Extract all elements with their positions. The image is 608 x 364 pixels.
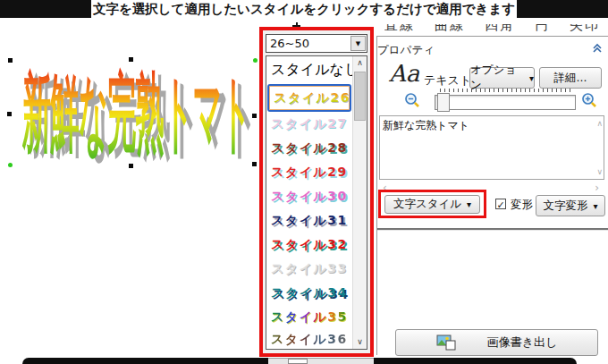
image-export-icon <box>436 334 457 351</box>
style-listbox[interactable]: スタイルなし スタイル26 スタイル27 スタイル28 スタイル29 スタイル3… <box>266 55 367 350</box>
style-label: スタイル29 <box>271 160 348 184</box>
transform-checkbox-label: 変形 <box>511 198 533 213</box>
header-text: 文字を選択して適用したいスタイルをクリックするだけで適用できます <box>91 0 517 18</box>
bottom-hscrollbar[interactable] <box>268 358 374 364</box>
style-list-item[interactable]: スタイル27 <box>266 112 352 136</box>
artwork-text: 新鮮な完熟トマト <box>22 63 259 163</box>
image-export-button[interactable]: 画像書き出し <box>395 329 598 356</box>
toolbar-tab[interactable]: 矢印 <box>570 24 600 34</box>
style-label: スタイル34 <box>271 281 348 305</box>
scroll-up-icon[interactable] <box>353 56 367 70</box>
text-tool-label: テキスト <box>424 72 471 89</box>
highlight-box-style-list: 26~50 スタイルなし スタイル26 スタイル27 スタイル28 スタイル29… <box>259 27 374 357</box>
zoom-slider-thumb[interactable] <box>437 93 450 112</box>
zoom-in-icon[interactable] <box>581 92 598 109</box>
rotate-handle[interactable] <box>253 58 258 63</box>
combobox-dropdown-icon[interactable] <box>350 36 366 51</box>
panel-divider <box>377 228 608 231</box>
style-list-item[interactable]: スタイル28 <box>266 136 352 160</box>
style-list-item-selected[interactable]: スタイル26 <box>267 84 351 112</box>
style-label: スタイル26 <box>274 86 350 110</box>
canvas-artwork[interactable]: 新鮮な完熟トマト 新鮮な完熟トマト <box>22 63 257 168</box>
style-label: スタイル30 <box>271 184 348 208</box>
details-button[interactable]: 詳細... <box>539 67 602 89</box>
style-list-item[interactable]: スタイルなし <box>266 56 352 84</box>
text-input-area[interactable]: 新鮮な完熟トマト <box>379 115 604 180</box>
style-list-item[interactable]: スタイル32 <box>266 233 352 257</box>
toolbar-tab[interactable]: 円 <box>535 24 550 34</box>
style-list-item[interactable]: スタイル29 <box>266 160 352 184</box>
style-list-item[interactable]: スタイル33 <box>266 257 352 281</box>
zoom-out-icon[interactable] <box>404 92 421 109</box>
selection-handle[interactable] <box>8 58 13 63</box>
char-style-button[interactable]: 文字スタイル <box>384 195 480 214</box>
toolbar-tab[interactable]: 曲線 <box>435 24 465 34</box>
style-list-item[interactable]: スタイル34 <box>266 281 352 305</box>
char-style-button-label: 文字スタイル <box>393 197 461 212</box>
style-list-item[interactable]: スタイル31 <box>266 208 352 233</box>
bottom-hscrollbar-thumb[interactable] <box>288 359 308 364</box>
highlight-box-char-style-button: 文字スタイル <box>378 190 486 218</box>
style-label: スタイル31 <box>271 208 348 233</box>
transform-checkbox[interactable] <box>495 199 506 209</box>
image-export-label: 画像書き出し <box>487 334 558 351</box>
options-button[interactable]: オプション <box>469 67 535 89</box>
selection-handle[interactable] <box>7 112 12 116</box>
style-label: スタイル36 <box>271 329 348 350</box>
properties-panel: プロパティ Aa テキスト オプション 詳細... 新鮮な完熟トマト 文字スタイ… <box>376 36 608 355</box>
header-banner: 文字を選択して適用したいスタイルをクリックするだけで適用できます <box>0 0 608 18</box>
toolbar-tab[interactable]: 直線 <box>384 24 415 34</box>
rotate-handle[interactable] <box>8 163 13 167</box>
textarea-scroll-right-icon[interactable] <box>595 182 599 194</box>
scroll-down-icon[interactable] <box>353 335 367 349</box>
style-label: スタイル27 <box>271 112 348 136</box>
style-range-combobox[interactable]: 26~50 <box>266 34 367 53</box>
style-label: スタイル33 <box>271 257 348 281</box>
scrollbar-thumb[interactable] <box>354 72 366 121</box>
style-list-item[interactable]: スタイル35 <box>266 305 352 329</box>
cropped-toolbar: 直線 曲線 四角 円 矢印 <box>384 24 604 35</box>
details-button-label: 詳細... <box>554 71 587 86</box>
selection-handle[interactable] <box>129 57 133 62</box>
textarea-scroll-down-icon[interactable] <box>596 167 603 176</box>
selection-handle[interactable] <box>129 164 133 168</box>
slider-ticks <box>440 89 572 92</box>
char-transform-button-label: 文字変形 <box>543 199 587 214</box>
collapse-panel-icon[interactable] <box>592 43 603 54</box>
list-scrollbar[interactable] <box>352 56 367 349</box>
zoom-slider[interactable] <box>435 95 576 110</box>
style-label: スタイルなし <box>271 61 352 80</box>
style-list-item[interactable]: スタイル36 <box>266 329 352 350</box>
style-list-item[interactable]: スタイル30 <box>266 184 352 208</box>
textarea-scroll-up-icon[interactable] <box>596 119 603 128</box>
selection-handle[interactable] <box>252 162 257 166</box>
style-range-value: 26~50 <box>266 37 350 50</box>
style-label: スタイル35 <box>271 305 348 329</box>
char-transform-button[interactable]: 文字変形 <box>536 195 605 216</box>
selection-handle[interactable] <box>252 114 257 118</box>
toolbar-tab[interactable]: 四角 <box>485 24 515 34</box>
properties-title: プロパティ <box>377 43 435 58</box>
text-tool-glyph: Aa <box>389 60 419 87</box>
style-label: スタイル32 <box>271 233 348 257</box>
style-label: スタイル28 <box>271 136 348 160</box>
